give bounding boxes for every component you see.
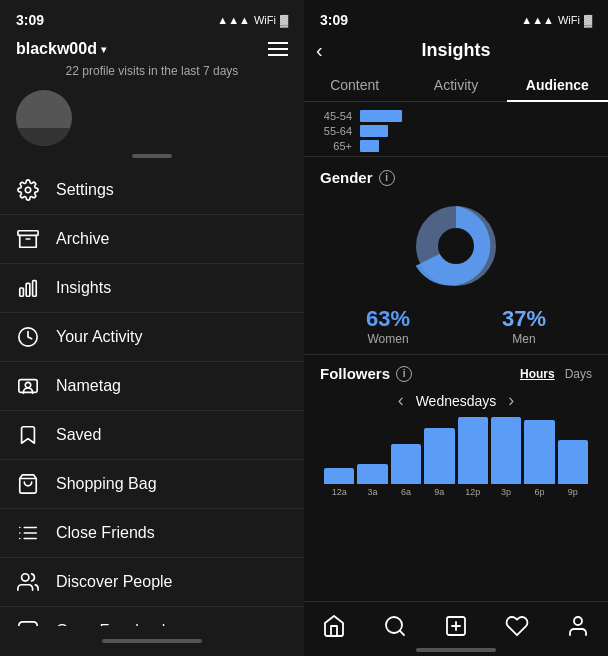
followers-section: Followers i Hours Days ‹ Wednesdays › 12… <box>304 355 608 601</box>
age-bar-container <box>360 125 592 137</box>
settings-label: Settings <box>56 181 114 199</box>
bar-6p <box>524 420 554 484</box>
bar-label-6a: 6a <box>401 487 411 497</box>
hamburger-button[interactable] <box>268 42 288 56</box>
right-time: 3:09 <box>320 12 348 28</box>
nav-heart[interactable] <box>497 610 537 642</box>
days-button[interactable]: Days <box>565 367 592 381</box>
bar-label-12a: 12a <box>332 487 347 497</box>
left-status-icons: ▲▲▲ WiFi ▓ <box>217 14 288 26</box>
svg-point-0 <box>25 187 31 193</box>
facebook-icon <box>16 619 40 626</box>
bar-9p <box>558 440 588 484</box>
your-activity-icon <box>16 325 40 349</box>
back-button[interactable]: ‹ <box>316 39 323 62</box>
avatar-area <box>0 86 304 154</box>
home-indicator-left <box>102 639 202 643</box>
discover-people-label: Discover People <box>56 573 173 591</box>
bar-label-12p: 12p <box>465 487 480 497</box>
gender-stat-women: 63% Women <box>366 306 410 346</box>
menu-item-nametag[interactable]: Nametag <box>0 362 304 411</box>
prev-day-button[interactable]: ‹ <box>398 390 404 411</box>
insights-icon <box>16 276 40 300</box>
bar-chart: 12a 3a 6a 9a 12p 3p <box>320 417 592 497</box>
menu-item-close-friends[interactable]: Close Friends <box>0 509 304 558</box>
right-signal-icon: ▲▲▲ <box>521 14 554 26</box>
bar-label-9a: 9a <box>434 487 444 497</box>
menu-item-shopping-bag[interactable]: Shopping Bag <box>0 460 304 509</box>
age-row: 45-54 <box>320 110 592 122</box>
bar-column: 6p <box>524 417 554 497</box>
menu-item-your-activity[interactable]: Your Activity <box>0 313 304 362</box>
age-label-65plus: 65+ <box>320 140 352 152</box>
followers-title-text: Followers <box>320 365 390 382</box>
bar-label-3p: 3p <box>501 487 511 497</box>
nav-add[interactable] <box>436 610 476 642</box>
bottom-bar-left <box>0 626 304 656</box>
chevron-down-icon: ▾ <box>101 44 106 55</box>
bar-label-9p: 9p <box>568 487 578 497</box>
bar-9a <box>424 428 454 484</box>
nav-search[interactable] <box>375 610 415 642</box>
svg-line-19 <box>400 631 404 635</box>
signal-icon: ▲▲▲ <box>217 14 250 26</box>
menu-item-settings[interactable]: Settings <box>0 166 304 215</box>
followers-info-icon[interactable]: i <box>396 366 412 382</box>
bottom-nav <box>304 601 608 646</box>
avatar <box>16 90 72 146</box>
menu-item-discover-people[interactable]: Discover People <box>0 558 304 607</box>
tab-audience[interactable]: Audience <box>507 69 608 101</box>
menu-item-archive[interactable]: Archive <box>0 215 304 264</box>
username-label: blackw00d <box>16 40 97 58</box>
profile-name[interactable]: blackw00d ▾ <box>16 40 106 58</box>
hours-button[interactable]: Hours <box>520 367 555 381</box>
gender-title: Gender i <box>320 169 592 186</box>
gender-info-icon[interactable]: i <box>379 170 395 186</box>
right-status-bar: 3:09 ▲▲▲ WiFi ▓ <box>304 0 608 36</box>
gender-pie-chart <box>406 196 506 296</box>
nav-home[interactable] <box>314 610 354 642</box>
bar-6a <box>391 444 421 484</box>
next-day-button[interactable]: › <box>508 390 514 411</box>
bar-column: 9p <box>558 417 588 497</box>
svg-rect-3 <box>26 283 30 296</box>
gender-title-text: Gender <box>320 169 373 186</box>
time-toggle: Hours Days <box>520 367 592 381</box>
tab-content[interactable]: Content <box>304 69 405 101</box>
svg-rect-2 <box>20 288 24 296</box>
age-label-45-54: 45-54 <box>320 110 352 122</box>
bar-12p <box>458 417 488 484</box>
tab-activity[interactable]: Activity <box>405 69 506 101</box>
women-percentage: 63% <box>366 306 410 332</box>
right-status-icons: ▲▲▲ WiFi ▓ <box>521 14 592 26</box>
bar-label-3a: 3a <box>368 487 378 497</box>
right-wifi-icon: WiFi <box>558 14 580 26</box>
insights-label: Insights <box>56 279 111 297</box>
menu-item-open-facebook[interactable]: Open Facebook <box>0 607 304 626</box>
shopping-bag-label: Shopping Bag <box>56 475 157 493</box>
menu-item-saved[interactable]: Saved <box>0 411 304 460</box>
age-bar-55-64 <box>360 125 388 137</box>
menu-item-insights[interactable]: Insights <box>0 264 304 313</box>
men-label: Men <box>502 332 546 346</box>
age-row: 65+ <box>320 140 592 152</box>
profile-header: blackw00d ▾ <box>0 36 304 62</box>
page-title: Insights <box>421 40 490 61</box>
age-section: 45-54 55-64 65+ <box>304 102 608 157</box>
your-activity-label: Your Activity <box>56 328 143 346</box>
battery-icon: ▓ <box>280 14 288 26</box>
svg-point-23 <box>574 617 582 625</box>
nav-profile[interactable] <box>558 610 598 642</box>
close-friends-icon <box>16 521 40 545</box>
left-time: 3:09 <box>16 12 44 28</box>
archive-icon <box>16 227 40 251</box>
saved-icon <box>16 423 40 447</box>
followers-title: Followers i <box>320 365 412 382</box>
shopping-bag-icon <box>16 472 40 496</box>
age-label-55-64: 55-64 <box>320 125 352 137</box>
bar-column: 3p <box>491 417 521 497</box>
age-rows: 45-54 55-64 65+ <box>320 110 592 152</box>
gender-labels: 63% Women 37% Men <box>320 306 592 346</box>
nametag-icon <box>16 374 40 398</box>
settings-icon <box>16 178 40 202</box>
